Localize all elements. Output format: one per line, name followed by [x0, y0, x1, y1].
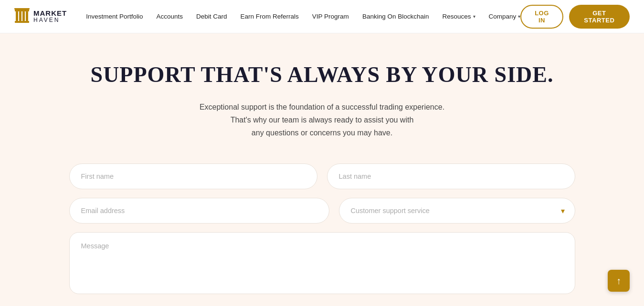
nav-resources-label: Resouces [442, 13, 471, 20]
contact-form: Customer support service General Inquiry… [69, 163, 575, 294]
nav-debit-card[interactable]: Debit Card [196, 13, 227, 20]
login-button[interactable]: LOG IN [520, 5, 563, 29]
form-row-email-service: Customer support service General Inquiry… [69, 198, 575, 224]
scroll-top-arrow-icon: ↑ [616, 275, 621, 286]
svg-rect-1 [16, 11, 18, 21]
hero-subtitle-line1: Exceptional support is the foundation of… [200, 103, 444, 111]
svg-rect-3 [22, 11, 25, 21]
nav-vip-program[interactable]: VIP Program [312, 13, 349, 20]
logo-svg [14, 8, 30, 26]
navbar: MARKET HAVEN Investment Portfolio Accoun… [0, 0, 644, 33]
main-content: SUPPORT THAT'S ALWAYS BY YOUR SIDE. Exce… [0, 33, 644, 306]
hero-subtitle: Exceptional support is the foundation of… [19, 101, 625, 140]
email-input[interactable] [69, 198, 329, 224]
resources-chevron-down-icon: ▾ [473, 14, 475, 19]
logo-name-bottom: HAVEN [33, 17, 67, 23]
nav-earn-from-referrals[interactable]: Earn From Referrals [241, 13, 299, 20]
get-started-button[interactable]: GET STARTED [569, 5, 630, 29]
first-name-input[interactable] [69, 163, 317, 189]
hero-title: SUPPORT THAT'S ALWAYS BY YOUR SIDE. [19, 62, 625, 87]
logo-icon [14, 8, 30, 26]
svg-rect-4 [26, 11, 28, 21]
last-name-input[interactable] [327, 163, 575, 189]
svg-rect-5 [15, 21, 29, 23]
nav-accounts[interactable]: Accounts [156, 13, 183, 20]
form-row-message [69, 232, 575, 294]
form-row-names [69, 163, 575, 189]
hero-subtitle-line3: any questions or concerns you may have. [252, 129, 392, 137]
scroll-top-button[interactable]: ↑ [608, 270, 630, 292]
nav-resources[interactable]: Resouces ▾ [442, 13, 475, 20]
nav-banking-on-blockchain[interactable]: Banking On Blockchain [362, 13, 429, 20]
nav-investment-portfolio[interactable]: Investment Portfolio [86, 13, 143, 20]
logo-text: MARKET HAVEN [33, 10, 67, 24]
svg-rect-0 [15, 10, 29, 11]
message-textarea[interactable] [69, 232, 575, 294]
service-select-wrapper: Customer support service General Inquiry… [339, 198, 575, 224]
logo[interactable]: MARKET HAVEN [14, 8, 67, 26]
logo-name-top: MARKET [33, 10, 67, 18]
nav-actions: LOG IN GET STARTED [520, 5, 630, 29]
service-select[interactable]: Customer support service General Inquiry… [339, 198, 575, 224]
nav-links: Investment Portfolio Accounts Debit Card… [86, 13, 520, 20]
svg-rect-6 [14, 8, 30, 10]
hero-subtitle-line2: That's why our team is always ready to a… [231, 116, 414, 124]
nav-company-label: Company [489, 13, 517, 20]
svg-rect-2 [19, 11, 21, 21]
nav-company[interactable]: Company ▾ [489, 13, 521, 20]
